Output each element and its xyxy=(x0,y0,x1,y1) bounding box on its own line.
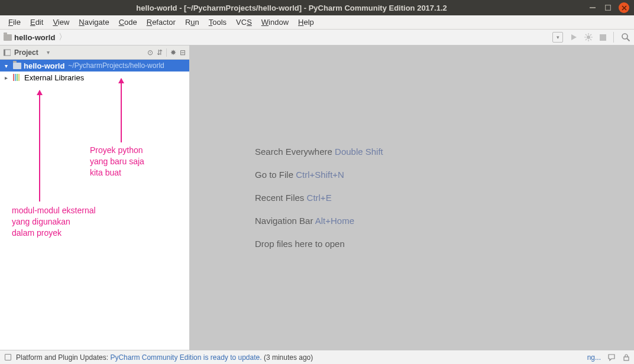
stop-button[interactable] xyxy=(600,34,606,41)
svg-point-2 xyxy=(587,35,590,39)
run-config-dropdown[interactable]: ▾ xyxy=(552,32,563,43)
menu-navigate[interactable]: Navigate xyxy=(74,17,114,28)
window-title: hello-world - [~/PycharmProjects/hello-w… xyxy=(0,4,583,12)
svg-rect-3 xyxy=(600,34,606,41)
welcome-tips: Search Everywhere Double Shift Go to Fil… xyxy=(255,147,383,249)
maximize-button[interactable] xyxy=(603,3,613,12)
editor-welcome-area[interactable]: Search Everywhere Double Shift Go to Fil… xyxy=(190,46,634,350)
tree-root-name: hello-world xyxy=(24,61,64,70)
project-tool-window: Project ▾ ⊙ ⇵ ✸ ⊟ ▾ hello-world ~/Pychar… xyxy=(0,46,190,350)
title-bar: hello-world - [~/PycharmProjects/hello-w… xyxy=(0,0,634,15)
expand-arrow-icon[interactable]: ▸ xyxy=(5,74,11,81)
settings-icon[interactable]: ✸ xyxy=(170,48,176,57)
menu-tools[interactable]: Tools xyxy=(204,17,231,28)
annotation-arrow-project xyxy=(121,79,122,142)
project-panel-title: Project xyxy=(14,48,38,57)
annotation-text-project: Proyek python yang baru saja kita buat xyxy=(90,145,144,178)
hide-panel-icon[interactable]: ⊟ xyxy=(180,48,186,57)
tree-external-libs-label: External Libraries xyxy=(24,73,84,82)
menu-refactor[interactable]: Refactor xyxy=(142,17,180,28)
separator xyxy=(613,32,614,43)
svg-rect-1 xyxy=(606,5,611,11)
toolbar-right: ▾ xyxy=(552,32,630,43)
minimize-button[interactable] xyxy=(588,3,597,12)
status-hint[interactable]: ng... xyxy=(587,353,601,362)
svg-rect-6 xyxy=(4,50,5,56)
close-button[interactable] xyxy=(619,2,629,13)
svg-rect-0 xyxy=(590,7,596,8)
menu-run[interactable]: Run xyxy=(180,17,204,28)
status-update-link[interactable]: PyCharm Community Edition is ready to up… xyxy=(110,353,261,362)
lock-icon[interactable] xyxy=(623,354,629,361)
main-area: Project ▾ ⊙ ⇵ ✸ ⊟ ▾ hello-world ~/Pychar… xyxy=(0,46,634,350)
expand-arrow-icon[interactable]: ▾ xyxy=(5,63,11,69)
status-message[interactable]: Platform and Plugin Updates: PyCharm Com… xyxy=(16,353,313,362)
folder-icon xyxy=(13,63,21,69)
folder-icon xyxy=(4,34,12,41)
tip-recent-files: Recent Files Ctrl+E xyxy=(255,193,383,203)
tree-root-path: ~/PycharmProjects/hello-world xyxy=(68,61,164,70)
breadcrumb[interactable]: hello-world 〉 xyxy=(4,32,68,43)
menu-help[interactable]: Help xyxy=(293,17,319,28)
menu-code[interactable]: Code xyxy=(114,17,142,28)
tree-root-project[interactable]: ▾ hello-world ~/PycharmProjects/hello-wo… xyxy=(0,60,189,72)
breadcrumb-root: hello-world xyxy=(14,33,55,42)
menu-file[interactable]: File xyxy=(4,17,25,28)
navigation-bar: hello-world 〉 ▾ xyxy=(0,30,634,46)
search-everywhere-button[interactable] xyxy=(621,32,630,42)
project-panel-header: Project ▾ ⊙ ⇵ ✸ ⊟ xyxy=(0,46,189,60)
tree-external-libraries[interactable]: ▸ External Libraries xyxy=(0,72,189,83)
svg-rect-7 xyxy=(624,357,629,360)
chevron-down-icon[interactable]: ▾ xyxy=(47,49,50,56)
menu-window[interactable]: Window xyxy=(257,17,293,28)
chevron-right-icon: 〉 xyxy=(57,32,68,43)
annotation-arrow-extlibs xyxy=(39,90,40,202)
project-tree[interactable]: ▾ hello-world ~/PycharmProjects/hello-wo… xyxy=(0,60,189,83)
menu-view[interactable]: View xyxy=(48,17,74,28)
menu-vcs[interactable]: VCS xyxy=(231,17,257,28)
tip-drop-files: Drop files here to open xyxy=(255,239,383,249)
annotation-text-extlibs: modul-modul eksternal yang digunakan dal… xyxy=(12,205,96,239)
scroll-from-source-icon[interactable]: ⊙ xyxy=(147,48,153,57)
project-view-icon xyxy=(4,49,11,56)
menu-bar: File Edit View Navigate Code Refactor Ru… xyxy=(0,15,634,30)
tip-search-everywhere: Search Everywhere Double Shift xyxy=(255,147,383,157)
tip-navigation-bar: Navigation Bar Alt+Home xyxy=(255,216,383,226)
external-libraries-icon xyxy=(13,74,20,81)
separator xyxy=(166,48,167,57)
window-controls xyxy=(583,2,634,13)
event-log-icon[interactable] xyxy=(608,354,616,361)
tool-windows-icon[interactable] xyxy=(5,354,11,360)
tip-go-to-file: Go to File Ctrl+Shift+N xyxy=(255,170,383,180)
status-bar: Platform and Plugin Updates: PyCharm Com… xyxy=(0,350,634,364)
run-button[interactable] xyxy=(570,34,577,41)
debug-button[interactable] xyxy=(584,33,593,41)
menu-edit[interactable]: Edit xyxy=(25,17,48,28)
collapse-all-icon[interactable]: ⇵ xyxy=(157,48,163,57)
svg-point-4 xyxy=(622,34,627,39)
